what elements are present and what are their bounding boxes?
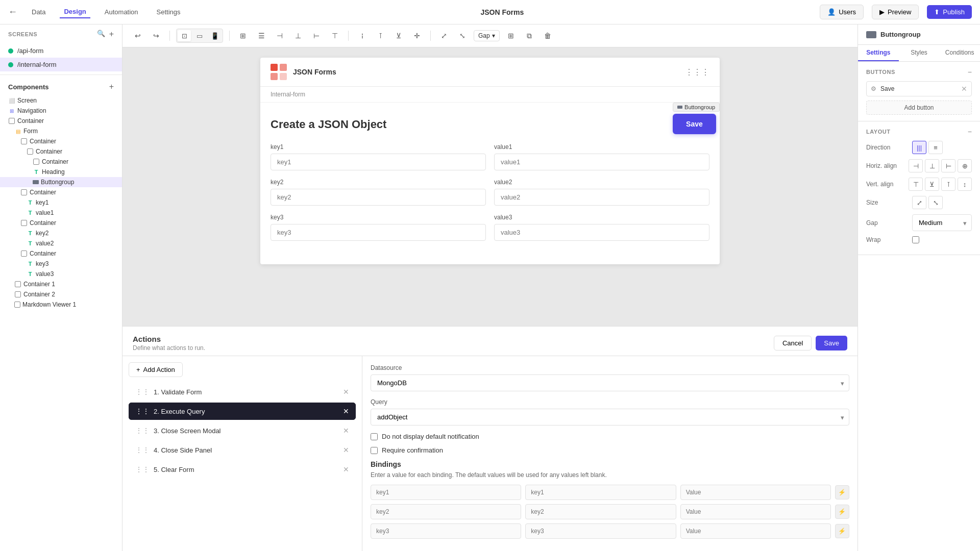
input-value1[interactable]	[494, 154, 709, 170]
add-action-button[interactable]: + Add Action	[129, 362, 183, 377]
input-value3[interactable]	[494, 224, 709, 241]
action-item-1[interactable]: ⋮⋮ 1. Validate Form ✕	[129, 383, 356, 400]
tree-container-key2[interactable]: Container	[0, 218, 122, 228]
binding-input-1-left[interactable]	[371, 485, 521, 500]
input-key2[interactable]	[271, 189, 486, 206]
binding-input-2-left[interactable]	[371, 504, 521, 519]
wrap-checkbox[interactable]	[912, 236, 919, 243]
horiz-align-center[interactable]: ⊥	[925, 159, 939, 172]
align-icon-2[interactable]: ⊥	[291, 29, 305, 43]
collapse-buttons-icon[interactable]: −	[968, 68, 972, 76]
valign-icon-2[interactable]: ⊺	[373, 29, 387, 43]
binding-flash-2[interactable]: ⚡	[835, 505, 849, 519]
preview-button[interactable]: ▶ Preview	[872, 5, 919, 19]
tree-markdown-viewer[interactable]: Markdown Viewer 1	[0, 299, 122, 310]
action-item-4[interactable]: ⋮⋮ 4. Close Side Panel ✕	[129, 441, 356, 459]
input-value2[interactable]	[494, 189, 709, 206]
horiz-align-right[interactable]: ⊢	[941, 159, 955, 172]
delete-icon[interactable]: 🗑	[541, 29, 555, 43]
action-item-5[interactable]: ⋮⋮ 5. Clear Form ✕	[129, 461, 356, 478]
tree-container-key1[interactable]: Container	[0, 187, 122, 197]
datasource-select[interactable]: MongoDB	[371, 374, 849, 391]
tree-container1[interactable]: Container 1	[0, 279, 122, 289]
valign-icon-1[interactable]: ⫶	[355, 29, 369, 43]
tree-key2[interactable]: T key2	[0, 228, 122, 238]
valign-icon-3[interactable]: ⊻	[391, 29, 406, 43]
undo-button[interactable]: ↩	[131, 29, 145, 43]
size-shrink[interactable]: ⤢	[912, 196, 926, 209]
vert-align-stretch[interactable]: ↕	[958, 178, 972, 191]
action-item-2[interactable]: ⋮⋮ 2. Execute Query ✕	[129, 403, 356, 420]
size-expand[interactable]: ⤡	[928, 196, 943, 209]
tree-container-root[interactable]: Container	[0, 116, 122, 126]
vert-align-middle[interactable]: ⊻	[925, 178, 939, 191]
search-icon[interactable]: 🔍	[97, 30, 105, 39]
button-list-item-save[interactable]: ⚙ Save ✕	[866, 81, 972, 96]
save-button-canvas[interactable]: Save	[673, 114, 716, 134]
remove-action-3-icon[interactable]: ✕	[343, 427, 349, 435]
align-icon-3[interactable]: ⊢	[309, 29, 324, 43]
confirmation-checkbox[interactable]	[371, 447, 378, 454]
valign-icon-4[interactable]: ✛	[410, 29, 424, 43]
tree-container2[interactable]: Container 2	[0, 289, 122, 299]
align-left-icon[interactable]: ⊞	[236, 29, 250, 43]
redo-button[interactable]: ↪	[149, 29, 163, 43]
binding-input-2-right[interactable]	[680, 504, 831, 519]
tree-container-1[interactable]: Container	[0, 136, 122, 146]
tree-form[interactable]: ▤ Form	[0, 126, 122, 136]
tab-settings[interactable]: Settings	[153, 6, 185, 18]
tree-container-2[interactable]: Container	[0, 146, 122, 157]
mobile-button[interactable]: 📱	[208, 30, 222, 41]
publish-button[interactable]: ⬆ Publish	[927, 5, 972, 19]
horiz-align-justify[interactable]: ⊕	[958, 159, 972, 172]
action-item-3[interactable]: ⋮⋮ 3. Close Screen Modal ✕	[129, 422, 356, 439]
tree-value3[interactable]: T value3	[0, 269, 122, 279]
remove-action-5-icon[interactable]: ✕	[343, 465, 349, 473]
vert-align-top[interactable]: ⊤	[909, 178, 923, 191]
input-key1[interactable]	[271, 154, 486, 170]
gap-select[interactable]: Medium Small Large None	[912, 214, 972, 231]
horiz-align-left[interactable]: ⊣	[909, 159, 923, 172]
tree-key1[interactable]: T key1	[0, 197, 122, 208]
tab-conditions[interactable]: Conditions	[939, 45, 980, 61]
add-button-button[interactable]: Add button	[866, 101, 972, 115]
binding-input-3-mid[interactable]	[525, 523, 676, 539]
add-component-icon[interactable]: +	[109, 82, 114, 91]
query-select[interactable]: addObject	[371, 409, 849, 425]
back-button[interactable]: ←	[8, 7, 17, 17]
remove-button-icon[interactable]: ✕	[961, 85, 967, 93]
binding-flash-1[interactable]: ⚡	[835, 485, 849, 499]
tree-container-key3[interactable]: Container	[0, 248, 122, 259]
binding-flash-3[interactable]: ⚡	[835, 524, 849, 538]
expand-icon[interactable]: ⤡	[455, 29, 470, 43]
remove-action-1-icon[interactable]: ✕	[343, 388, 349, 396]
collapse-layout-icon[interactable]: −	[968, 128, 972, 136]
binding-input-1-mid[interactable]	[525, 485, 676, 500]
tree-value2[interactable]: T value2	[0, 238, 122, 248]
align-icon-1[interactable]: ⊣	[273, 29, 287, 43]
screen-item-internal-form[interactable]: /internal-form	[0, 58, 122, 71]
tree-screen[interactable]: ⬜ Screen	[0, 95, 122, 106]
direction-vertical[interactable]: ≡	[928, 141, 943, 154]
tab-styles[interactable]: Styles	[899, 45, 940, 61]
vert-align-bottom[interactable]: ⊺	[941, 178, 955, 191]
add-screen-icon[interactable]: +	[109, 30, 114, 39]
align-center-icon[interactable]: ☰	[254, 29, 268, 43]
align-icon-4[interactable]: ⊤	[328, 29, 342, 43]
binding-input-3-right[interactable]	[680, 523, 831, 539]
remove-action-2-icon[interactable]: ✕	[343, 407, 349, 415]
save-action-button[interactable]: Save	[816, 336, 847, 350]
tab-design[interactable]: Design	[60, 6, 90, 18]
cancel-button[interactable]: Cancel	[774, 336, 812, 350]
grid-icon[interactable]: ⊞	[504, 29, 518, 43]
desktop-button[interactable]: ⊡	[178, 30, 191, 41]
shrink-icon[interactable]: ⤢	[437, 29, 451, 43]
tab-automation[interactable]: Automation	[101, 6, 142, 18]
screen-item-api-form[interactable]: /api-form	[0, 44, 122, 58]
binding-input-2-mid[interactable]	[525, 504, 676, 519]
tab-settings[interactable]: Settings	[858, 45, 899, 61]
more-options-icon[interactable]: ⋮⋮⋮	[685, 67, 709, 77]
binding-input-1-right[interactable]	[680, 485, 831, 500]
remove-action-4-icon[interactable]: ✕	[343, 446, 349, 454]
tab-data[interactable]: Data	[28, 6, 50, 18]
